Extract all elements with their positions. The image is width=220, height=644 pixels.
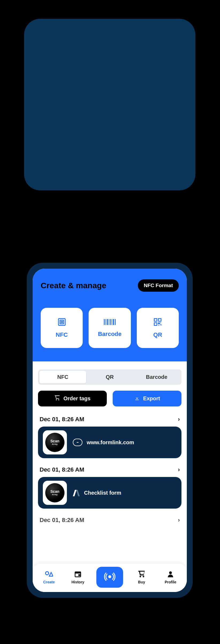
header-area: Create & manage NFC Format NFC B [33,269,187,361]
barcode-icon [103,318,116,327]
svg-rect-12 [158,319,161,321]
cart-icon [54,395,60,402]
nav-label: Profile [165,580,176,584]
phone-frame: Create & manage NFC Format NFC B [27,263,193,598]
tile-qr[interactable]: QR [137,308,179,348]
cart-icon [138,570,145,579]
card-text: www.formlink.com [87,439,134,446]
nav-buy[interactable]: Buy [131,570,152,584]
svg-rect-10 [115,319,116,325]
export-button[interactable]: Export [113,391,181,406]
scan-badge-icon: Scan Array. [45,433,65,452]
chevron-right-icon: › [178,466,180,473]
qr-icon [153,317,162,328]
svg-rect-2 [61,321,63,323]
svg-rect-8 [112,319,112,325]
tile-barcode[interactable]: Barcode [89,308,131,348]
svg-point-14 [45,572,49,575]
body-area: NFC QR Barcode Order tags Export [33,361,187,592]
svg-rect-6 [109,319,109,325]
list-card-link[interactable]: Scan Array. www.formlink.com [38,427,181,458]
nav-history[interactable]: History [67,570,88,584]
export-label: Export [143,395,160,402]
scan-badge-icon: Scan Array. [45,483,65,502]
svg-rect-11 [154,319,157,321]
svg-rect-7 [110,319,111,325]
tile-label: QR [153,331,162,338]
chevron-right-icon: › [178,416,180,423]
nav-label: Buy [138,580,145,584]
list-date: Dec 01, 8:26 AM [40,517,84,524]
order-tags-button[interactable]: Order tags [38,391,107,406]
chevron-right-icon: › [178,517,180,524]
badge-box: Scan Array. [43,481,67,505]
link-icon [73,439,82,446]
order-tags-label: Order tags [63,395,90,402]
person-icon [167,570,174,579]
svg-point-18 [109,576,111,578]
svg-rect-0 [58,319,65,325]
bottom-nav: Create History Buy [33,564,187,592]
svg-rect-3 [104,319,105,325]
action-row: Order tags Export [38,391,181,406]
list-date: Dec 01, 8:26 AM [40,466,84,473]
list-date-row[interactable]: Dec 01, 8:26 AM › [38,517,181,524]
tile-label: Barcode [98,331,122,338]
page-title: Create & manage [41,281,106,290]
create-tiles: NFC Barcode QR [41,308,179,348]
svg-rect-5 [107,319,108,325]
tile-nfc[interactable]: NFC [41,308,83,348]
svg-rect-13 [154,323,157,325]
header-row: Create & manage NFC Format [41,279,179,292]
form-logo-icon [73,489,80,496]
nfc-format-button[interactable]: NFC Format [138,279,179,292]
filter-tabs: NFC QR Barcode [38,369,181,385]
nav-label: History [71,580,84,584]
tab-qr[interactable]: QR [86,371,133,383]
svg-rect-4 [105,319,106,325]
download-icon [134,395,140,402]
card-content: Checklist form [73,489,121,496]
list-date: Dec 01, 8:26 AM [40,416,84,423]
svg-rect-1 [60,320,64,324]
list-date-row[interactable]: Dec 01, 8:26 AM › [38,466,181,473]
tab-barcode[interactable]: Barcode [133,371,180,383]
list-date-row[interactable]: Dec 01, 8:26 AM › [38,416,181,423]
nav-create[interactable]: Create [39,570,59,584]
broadcast-icon [104,571,116,584]
tab-nfc[interactable]: NFC [39,371,86,383]
list-card-form[interactable]: Scan Array. Checklist form [38,477,181,509]
top-placeholder-card [24,19,195,190]
phone-screen: Create & manage NFC Format NFC B [33,269,187,592]
card-text: Checklist form [84,490,121,496]
nav-profile[interactable]: Profile [160,570,181,584]
svg-rect-16 [75,572,81,573]
calendar-icon [74,570,82,579]
tile-label: NFC [56,331,68,338]
nfc-chip-icon [57,317,66,328]
svg-rect-17 [78,574,80,576]
card-content: www.formlink.com [73,439,134,446]
shapes-icon [45,570,53,579]
scan-fab[interactable] [96,567,123,588]
badge-box: Scan Array. [43,430,67,454]
nav-label: Create [43,580,55,584]
svg-rect-9 [113,319,114,325]
svg-point-19 [169,572,172,574]
